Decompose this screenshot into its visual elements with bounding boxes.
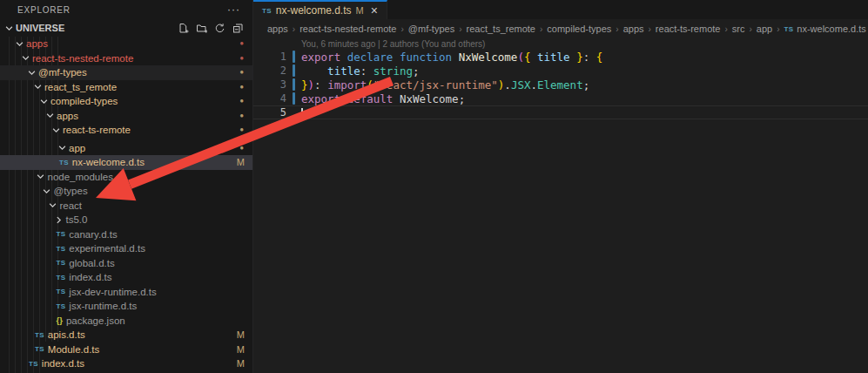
tree-item-label: global.d.ts — [69, 258, 114, 268]
breadcrumb-separator-icon: › — [777, 24, 779, 34]
typescript-file-icon: TS — [59, 159, 69, 166]
explorer-more-icon[interactable]: ··· — [227, 3, 240, 16]
chevron-down-icon — [37, 173, 45, 180]
tree-item-label: jsx-runtime.d.ts — [69, 301, 137, 311]
tree-item-nx-welcome.d.ts[interactable]: TSnx-welcome.d.tsM — [0, 155, 252, 170]
breadcrumb-separator-icon: › — [749, 24, 751, 34]
collapse-folders-icon[interactable] — [232, 22, 244, 34]
tree-item-label: nx-welcome.d.ts — [72, 157, 145, 167]
git-status-dot: ● — [239, 98, 244, 105]
tree-item-label: @mf-types — [38, 67, 87, 78]
typescript-file-icon: TS — [57, 302, 66, 310]
chevron-right-icon — [55, 216, 64, 224]
typescript-file-icon: TS — [262, 7, 272, 15]
breadcrumb-item-compiled-types[interactable]: compiled-types — [547, 24, 611, 34]
git-gutter-modified-bar — [293, 64, 295, 77]
tab-nx-welcome[interactable]: TS nx-welcome.d.ts M × — [253, 0, 387, 19]
tree-item-package.json[interactable]: {}package.json — [0, 314, 252, 329]
tree-item-label: react — [60, 200, 83, 211]
git-modified-badge: M — [237, 344, 245, 355]
tree-item-react-ts-nested-remote[interactable]: react-ts-nested-remote● — [0, 51, 252, 66]
breadcrumb-item-react_ts_remote[interactable]: react_ts_remote — [467, 24, 535, 34]
chevron-down-icon — [51, 126, 60, 134]
typescript-file-icon: TS — [35, 345, 44, 353]
tree-item-jsx-runtime.d.ts[interactable]: TSjsx-runtime.d.ts — [0, 299, 252, 314]
typescript-file-icon: TS — [29, 360, 38, 368]
tree-item-react[interactable]: react — [0, 199, 252, 214]
git-status-dot: ● — [239, 84, 244, 91]
tree-item-index.d.ts[interactable]: TSindex.d.tsM — [0, 356, 252, 371]
typescript-file-icon: TS — [57, 230, 66, 238]
code-line-3: 3}): import("react/jsx-runtime").JSX.Ele… — [253, 78, 868, 92]
breadcrumb-item-@mf-types[interactable]: @mf-types — [408, 24, 454, 34]
tree-item-jsx-dev-runtime.d.ts[interactable]: TSjsx-dev-runtime.d.ts — [0, 285, 252, 300]
workspace-header[interactable]: UNIVERSE — [0, 19, 252, 37]
tree-item-@mf-types[interactable]: @mf-types● — [0, 65, 252, 80]
line-number: 4 — [253, 92, 286, 105]
breadcrumb-item-apps[interactable]: apps — [267, 24, 288, 34]
code-line-5: 5 — [253, 105, 868, 119]
chevron-down-icon — [27, 69, 36, 77]
line-number: 1 — [253, 51, 286, 63]
tree-item-label: node_modules — [48, 172, 113, 182]
chevron-down-icon — [43, 187, 51, 195]
tree-item-global.d.ts[interactable]: TSglobal.d.ts — [0, 256, 252, 271]
tree-item-apps[interactable]: apps● — [0, 109, 252, 124]
tree-item-label: app — [69, 143, 85, 153]
tree-item-label: react-ts-remote — [63, 125, 131, 135]
tree-item-Module.d.ts[interactable]: TSModule.d.tsM — [0, 342, 252, 357]
git-modified-badge: M — [237, 358, 245, 369]
tree-item-compiled-types[interactable]: compiled-types● — [0, 94, 252, 109]
tree-item-index.d.ts[interactable]: TSindex.d.ts — [0, 270, 252, 285]
workspace-name: UNIVERSE — [16, 23, 64, 33]
json-file-icon: {} — [57, 315, 63, 325]
explorer-title: EXPLORER — [0, 5, 71, 15]
breadcrumb-separator-icon: › — [459, 24, 461, 34]
editor-group[interactable]: TS nx-welcome.d.ts M × apps›react-ts-nes… — [253, 0, 868, 373]
code-text — [301, 106, 303, 119]
tree-item-@types[interactable]: @types — [0, 184, 252, 199]
breadcrumb-file[interactable]: TSnx-welcome.d.ts — [784, 24, 866, 34]
typescript-file-icon: TS — [35, 331, 44, 339]
tree-item-ts5.0[interactable]: ts5.0 — [0, 213, 252, 227]
text-cursor — [301, 108, 303, 119]
code-line-1: 1export declare function NxWelcome({ tit… — [253, 50, 868, 64]
new-folder-icon[interactable] — [195, 22, 207, 34]
chevron-down-icon — [33, 83, 42, 91]
code-line-2: 2 title: string; — [253, 64, 868, 78]
code-text: }): import("react/jsx-runtime").JSX.Elem… — [301, 78, 589, 92]
breadcrumb-item-app[interactable]: app — [757, 24, 772, 34]
typescript-file-icon: TS — [57, 245, 66, 253]
tree-item-label: jsx-dev-runtime.d.ts — [69, 287, 156, 297]
tree-item-app[interactable]: app● — [0, 141, 252, 156]
tree-item-react_ts_remote[interactable]: react_ts_remote● — [0, 80, 252, 95]
refresh-explorer-icon[interactable] — [213, 22, 225, 34]
code-line-4: 4export default NxWelcome; — [253, 92, 868, 105]
git-gutter-modified-bar — [293, 51, 295, 63]
tree-item-experimental.d.ts[interactable]: TSexperimental.d.ts — [0, 241, 252, 256]
breadcrumb-item-react-ts-remote[interactable]: react-ts-remote — [656, 24, 721, 34]
tree-item-label: react-ts-nested-remote — [32, 53, 133, 64]
breadcrumb-item-react-ts-nested-remote[interactable]: react-ts-nested-remote — [299, 24, 396, 34]
tree-item-label: index.d.ts — [69, 272, 111, 282]
git-status-dot: ● — [239, 55, 244, 62]
tree-item-canary.d.ts[interactable]: TScanary.d.ts — [0, 227, 252, 242]
new-file-icon[interactable] — [177, 22, 189, 34]
breadcrumb: apps›react-ts-nested-remote›@mf-types›re… — [253, 19, 868, 38]
code-area[interactable]: You, 6 minutes ago | 2 authors (You and … — [253, 38, 868, 119]
tree-item-label: Module.d.ts — [48, 344, 99, 355]
breadcrumb-item-src[interactable]: src — [732, 24, 745, 34]
tree-item-apis.d.ts[interactable]: TSapis.d.tsM — [0, 328, 252, 342]
git-status-dot: ● — [239, 40, 244, 47]
tree-item-label: experimental.d.ts — [69, 243, 145, 254]
breadcrumb-separator-icon: › — [400, 24, 403, 34]
breadcrumb-item-apps[interactable]: apps — [623, 24, 644, 34]
breadcrumb-file-label: nx-welcome.d.ts — [797, 24, 865, 34]
tree-item-label: apps — [57, 111, 78, 121]
tree-item-label: apis.d.ts — [48, 329, 85, 340]
tree-item-react-ts-remote[interactable]: react-ts-remote● — [0, 123, 252, 138]
tree-item-apps[interactable]: apps● — [0, 37, 252, 51]
git-status-dot: ● — [239, 145, 244, 152]
tree-item-node_modules[interactable]: node_modules — [0, 170, 252, 185]
close-icon[interactable]: × — [371, 5, 378, 16]
